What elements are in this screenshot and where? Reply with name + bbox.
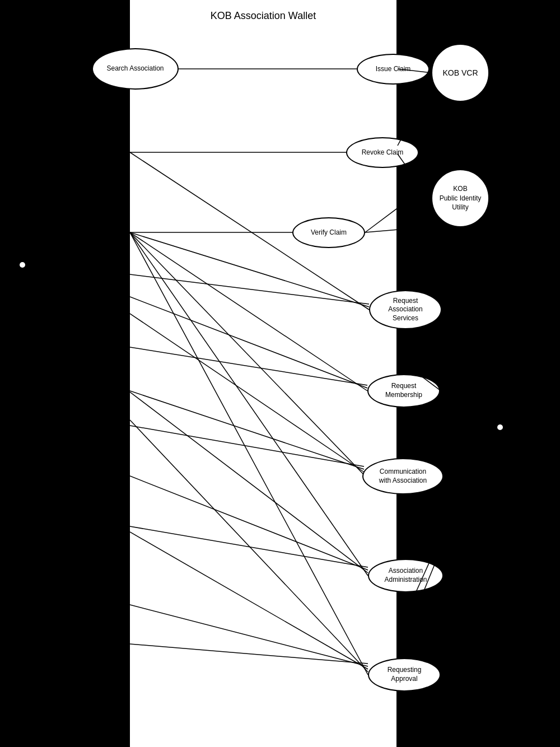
bullet-left: [20, 262, 25, 268]
svg-line-11: [130, 391, 364, 469]
diagram-title: KOB Association Wallet: [130, 0, 396, 27]
svg-line-21: [130, 644, 368, 664]
requesting-approval-usecase: Requesting Approval: [368, 658, 441, 692]
svg-line-25: [365, 207, 396, 232]
svg-line-13: [130, 232, 368, 576]
svg-line-15: [130, 476, 368, 570]
svg-line-5: [130, 274, 369, 304]
svg-line-12: [130, 426, 364, 466]
svg-line-26: [365, 230, 396, 232]
connection-lines: [130, 0, 396, 747]
svg-line-37: [398, 221, 431, 230]
svg-line-18: [130, 420, 368, 672]
diagram-container: KOB Association Wallet: [129, 0, 398, 747]
svg-line-19: [130, 532, 368, 669]
kob-vcr-actor: KOB VCR: [431, 44, 489, 102]
svg-line-36: [398, 207, 431, 213]
svg-line-34: [398, 84, 431, 146]
revoke-claim-usecase: Revoke Claim: [346, 137, 419, 168]
svg-line-9: [130, 232, 364, 475]
issue-claim-usecase: Issue Claim: [357, 54, 430, 85]
request-membership-usecase: Request Membership: [367, 374, 440, 408]
svg-line-41: [398, 428, 487, 454]
verify-claim-usecase: Verify Claim: [292, 217, 365, 248]
svg-line-40: [398, 427, 487, 445]
svg-line-17: [130, 232, 368, 675]
svg-line-16: [130, 526, 368, 567]
communication-usecase: Communication with Association: [362, 458, 444, 494]
bullet-right: [497, 424, 503, 430]
association-admin-usecase: Association Administration: [368, 559, 444, 592]
search-association-actor: Search Association: [92, 48, 179, 90]
request-assoc-services-usecase: Request Association Services: [369, 290, 442, 329]
svg-line-20: [130, 605, 368, 666]
svg-line-7: [130, 297, 367, 388]
svg-line-6: [130, 232, 367, 391]
svg-line-14: [130, 392, 368, 573]
svg-line-8: [130, 347, 367, 385]
kob-public-identity-actor: KOB Public Identity Utility: [431, 169, 489, 227]
svg-line-10: [130, 314, 364, 472]
svg-line-38: [398, 224, 431, 274]
